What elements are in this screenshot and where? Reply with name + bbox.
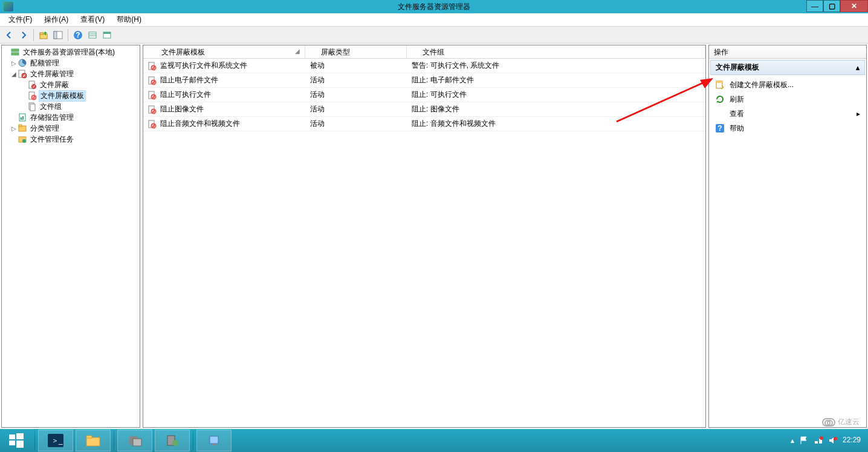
svg-rect-10 bbox=[103, 32, 111, 34]
table-row[interactable]: 阻止可执行文件活动阻止: 可执行文件 bbox=[143, 88, 705, 102]
tree-screen[interactable]: 文件屏蔽 bbox=[2, 79, 140, 90]
table-row[interactable]: 阻止音频文件和视频文件活动阻止: 音频文件和视频文件 bbox=[143, 117, 705, 131]
tree-root[interactable]: 文件服务器资源管理器(本地) bbox=[2, 47, 140, 57]
navigation-tree: 文件服务器资源管理器(本地) ▷ 配额管理 ◢ 文件屏蔽管理 bbox=[2, 47, 140, 145]
actions-list: 创建文件屏蔽模板... 刷新 查看 ▸ ? 帮助 bbox=[709, 76, 866, 137]
action-refresh[interactable]: 刷新 bbox=[709, 92, 866, 106]
action-view[interactable]: 查看 ▸ bbox=[709, 106, 866, 121]
tree-label: 分类管理 bbox=[29, 123, 60, 134]
collapse-icon[interactable]: ▴ bbox=[856, 64, 860, 72]
tree-label: 文件屏蔽模板 bbox=[39, 90, 86, 102]
svg-rect-3 bbox=[54, 31, 57, 39]
action-create-template[interactable]: 创建文件屏蔽模板... bbox=[709, 77, 866, 92]
help-icon: ? bbox=[715, 123, 725, 133]
refresh-icon bbox=[715, 94, 725, 104]
help-button[interactable]: ? bbox=[71, 28, 85, 42]
task-fsrm[interactable] bbox=[155, 430, 190, 451]
tree-label: 文件屏蔽 bbox=[39, 80, 70, 90]
col-group[interactable]: 文件组 bbox=[407, 45, 705, 58]
table-row[interactable]: 阻止电子邮件文件活动阻止: 电子邮件文件 bbox=[143, 73, 705, 88]
action-label: 刷新 bbox=[730, 94, 744, 105]
actions-section-title[interactable]: 文件屏蔽模板 ▴ bbox=[710, 60, 865, 75]
actions-panel: 操作 文件屏蔽模板 ▴ 创建文件屏蔽模板... 刷新 查看 ▸ ? 帮助 bbox=[708, 45, 867, 428]
tree-label: 文件屏蔽管理 bbox=[29, 69, 75, 79]
flag-icon[interactable] bbox=[799, 436, 809, 445]
toolbar-separator bbox=[33, 29, 34, 41]
task-explorer[interactable] bbox=[76, 430, 111, 451]
close-button[interactable]: ✕ bbox=[840, 0, 868, 12]
cell-group: 阻止: 可执行文件 bbox=[407, 90, 705, 100]
table-row[interactable]: 监视可执行文件和系统文件被动警告: 可执行文件, 系统文件 bbox=[143, 59, 705, 73]
expand-icon[interactable]: ▷ bbox=[10, 125, 18, 132]
table-row[interactable]: 阻止图像文件活动阻止: 图像文件 bbox=[143, 102, 705, 117]
view-small-button[interactable] bbox=[86, 28, 99, 42]
network-icon[interactable] bbox=[814, 436, 823, 445]
collapse-icon[interactable]: ◢ bbox=[10, 71, 18, 77]
col-type[interactable]: 屏蔽类型 bbox=[305, 45, 407, 58]
task-icon bbox=[18, 134, 27, 144]
tree-file-task[interactable]: 文件管理任务 bbox=[2, 134, 140, 145]
forward-button[interactable] bbox=[17, 28, 30, 42]
col-label: 屏蔽类型 bbox=[321, 48, 350, 56]
tree-quota[interactable]: ▷ 配额管理 bbox=[2, 57, 140, 68]
tree-screen-template[interactable]: 文件屏蔽模板 bbox=[2, 90, 140, 101]
main-area: 文件服务器资源管理器(本地) ▷ 配额管理 ◢ 文件屏蔽管理 bbox=[0, 44, 868, 429]
col-template[interactable]: 文件屏蔽模板 ◢ bbox=[143, 45, 305, 58]
expand-icon[interactable]: ▷ bbox=[10, 60, 18, 67]
window-title: 文件服务器资源管理器 bbox=[398, 2, 470, 12]
minimize-button[interactable]: — bbox=[806, 0, 823, 12]
menu-action[interactable]: 操作(A) bbox=[39, 13, 73, 26]
server-icon bbox=[10, 47, 20, 57]
cell-text: 阻止电子邮件文件 bbox=[160, 75, 218, 85]
template-icon bbox=[147, 105, 157, 114]
back-button[interactable] bbox=[2, 28, 16, 42]
create-template-icon bbox=[715, 80, 725, 90]
col-label: 文件屏蔽模板 bbox=[161, 48, 205, 56]
menu-help[interactable]: 帮助(H) bbox=[112, 13, 146, 26]
clock-time: 22:29 bbox=[843, 436, 861, 444]
svg-rect-27 bbox=[22, 116, 24, 120]
sort-indicator-icon: ◢ bbox=[295, 48, 300, 54]
task-server-manager[interactable] bbox=[117, 430, 152, 451]
svg-rect-56 bbox=[16, 441, 24, 448]
list-header: 文件屏蔽模板 ◢ 屏蔽类型 文件组 bbox=[143, 45, 705, 59]
cell-group: 阻止: 图像文件 bbox=[407, 104, 705, 114]
title-bar: 文件服务器资源管理器 — ▢ ✕ bbox=[0, 0, 868, 13]
cell-template: 阻止图像文件 bbox=[143, 104, 305, 114]
action-label: 创建文件屏蔽模板... bbox=[730, 80, 794, 90]
action-help[interactable]: ? 帮助 bbox=[709, 121, 866, 136]
tree-label: 文件组 bbox=[39, 102, 63, 112]
task-powershell[interactable]: ＞_ bbox=[38, 430, 73, 451]
svg-rect-29 bbox=[19, 125, 22, 126]
taskbar-separator bbox=[193, 431, 193, 450]
quota-icon bbox=[18, 58, 27, 68]
menu-file[interactable]: 文件(F) bbox=[4, 13, 37, 26]
cell-type: 活动 bbox=[305, 119, 407, 129]
up-button[interactable] bbox=[37, 28, 50, 42]
tree-storage-report[interactable]: 存储报告管理 bbox=[2, 112, 140, 123]
tray-chevron-icon[interactable]: ▴ bbox=[791, 436, 794, 445]
menu-view[interactable]: 查看(V) bbox=[76, 13, 109, 26]
cell-type: 活动 bbox=[305, 104, 407, 114]
tree-classification[interactable]: ▷ 分类管理 bbox=[2, 123, 140, 134]
spacer-icon bbox=[715, 109, 725, 119]
svg-point-64 bbox=[172, 440, 178, 446]
section-label: 文件屏蔽模板 bbox=[716, 62, 759, 73]
cell-text: 监视可执行文件和系统文件 bbox=[160, 61, 247, 71]
cell-text: 阻止图像文件 bbox=[160, 104, 204, 114]
maximize-button[interactable]: ▢ bbox=[823, 0, 840, 12]
start-button[interactable] bbox=[0, 429, 33, 452]
view-large-button[interactable] bbox=[100, 28, 114, 42]
chevron-right-icon: ▸ bbox=[857, 110, 860, 118]
show-hide-button[interactable] bbox=[51, 28, 65, 42]
taskbar-clock[interactable]: 22:29 bbox=[843, 436, 861, 444]
window-controls: — ▢ ✕ bbox=[806, 0, 868, 13]
tree-file-group[interactable]: 文件组 bbox=[2, 101, 140, 112]
svg-rect-11 bbox=[11, 49, 19, 51]
cell-type: 活动 bbox=[305, 75, 407, 85]
tree-screen-mgmt[interactable]: ◢ 文件屏蔽管理 bbox=[2, 68, 140, 79]
volume-icon[interactable] bbox=[828, 436, 838, 445]
file-group-icon bbox=[27, 102, 37, 111]
col-label: 文件组 bbox=[423, 48, 444, 56]
task-app[interactable] bbox=[196, 430, 232, 451]
